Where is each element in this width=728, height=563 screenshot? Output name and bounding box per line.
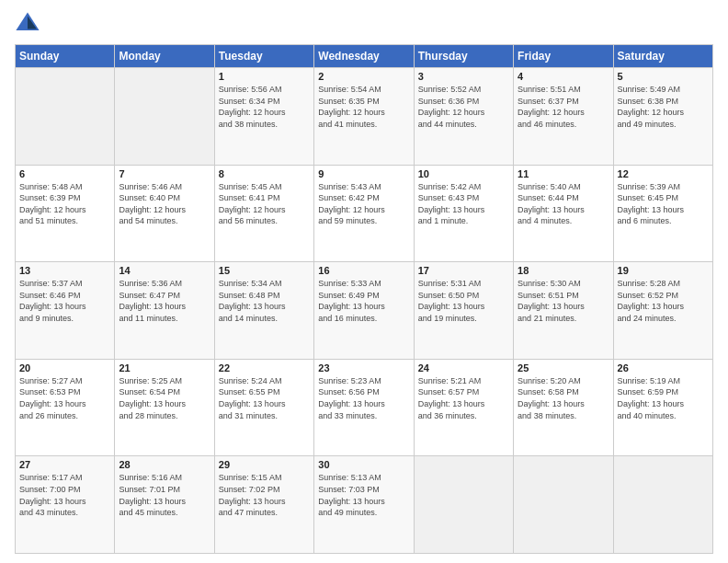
calendar-cell: 12Sunrise: 5:39 AM Sunset: 6:45 PM Dayli… xyxy=(613,165,712,262)
calendar-cell: 29Sunrise: 5:15 AM Sunset: 7:02 PM Dayli… xyxy=(214,456,313,554)
day-info: Sunrise: 5:51 AM Sunset: 6:37 PM Dayligh… xyxy=(518,84,609,130)
calendar-cell: 27Sunrise: 5:17 AM Sunset: 7:00 PM Dayli… xyxy=(16,456,115,554)
day-info: Sunrise: 5:19 AM Sunset: 6:59 PM Dayligh… xyxy=(618,375,709,421)
calendar-header: SundayMondayTuesdayWednesdayThursdayFrid… xyxy=(16,45,713,68)
day-number: 30 xyxy=(318,459,409,470)
calendar-page: SundayMondayTuesdayWednesdayThursdayFrid… xyxy=(0,0,728,563)
day-info: Sunrise: 5:27 AM Sunset: 6:53 PM Dayligh… xyxy=(19,375,110,421)
calendar-cell: 26Sunrise: 5:19 AM Sunset: 6:59 PM Dayli… xyxy=(613,359,712,456)
day-number: 4 xyxy=(518,71,609,82)
day-info: Sunrise: 5:17 AM Sunset: 7:00 PM Dayligh… xyxy=(19,472,110,518)
calendar-cell: 18Sunrise: 5:30 AM Sunset: 6:51 PM Dayli… xyxy=(514,262,613,360)
day-info: Sunrise: 5:25 AM Sunset: 6:54 PM Dayligh… xyxy=(119,375,210,421)
calendar-cell: 11Sunrise: 5:40 AM Sunset: 6:44 PM Dayli… xyxy=(514,165,613,262)
calendar-cell: 16Sunrise: 5:33 AM Sunset: 6:49 PM Dayli… xyxy=(314,262,414,360)
day-info: Sunrise: 5:56 AM Sunset: 6:34 PM Dayligh… xyxy=(219,84,310,130)
day-number: 9 xyxy=(318,168,409,179)
day-number: 29 xyxy=(219,459,310,470)
calendar-cell: 17Sunrise: 5:31 AM Sunset: 6:50 PM Dayli… xyxy=(414,262,513,360)
day-info: Sunrise: 5:31 AM Sunset: 6:50 PM Dayligh… xyxy=(418,278,509,324)
day-info: Sunrise: 5:16 AM Sunset: 7:01 PM Dayligh… xyxy=(119,472,210,518)
day-number: 13 xyxy=(19,265,110,276)
day-number: 12 xyxy=(618,168,709,179)
day-number: 11 xyxy=(518,168,609,179)
calendar-cell: 7Sunrise: 5:46 AM Sunset: 6:40 PM Daylig… xyxy=(115,165,214,262)
day-number: 6 xyxy=(19,168,110,179)
day-info: Sunrise: 5:48 AM Sunset: 6:39 PM Dayligh… xyxy=(19,181,110,227)
logo-icon xyxy=(15,11,40,37)
day-info: Sunrise: 5:30 AM Sunset: 6:51 PM Dayligh… xyxy=(518,278,609,324)
calendar-cell: 28Sunrise: 5:16 AM Sunset: 7:01 PM Dayli… xyxy=(115,456,214,554)
day-number: 15 xyxy=(219,265,310,276)
calendar-cell: 20Sunrise: 5:27 AM Sunset: 6:53 PM Dayli… xyxy=(16,359,115,456)
day-info: Sunrise: 5:15 AM Sunset: 7:02 PM Dayligh… xyxy=(219,472,310,518)
day-info: Sunrise: 5:23 AM Sunset: 6:56 PM Dayligh… xyxy=(318,375,409,421)
day-number: 17 xyxy=(418,265,509,276)
weekday-header: Sunday xyxy=(16,45,115,68)
calendar-cell: 15Sunrise: 5:34 AM Sunset: 6:48 PM Dayli… xyxy=(214,262,313,360)
day-number: 21 xyxy=(119,362,210,373)
day-info: Sunrise: 5:45 AM Sunset: 6:41 PM Dayligh… xyxy=(219,181,310,227)
day-info: Sunrise: 5:42 AM Sunset: 6:43 PM Dayligh… xyxy=(418,181,509,227)
calendar-cell: 9Sunrise: 5:43 AM Sunset: 6:42 PM Daylig… xyxy=(314,165,414,262)
day-number: 7 xyxy=(119,168,210,179)
calendar-cell xyxy=(514,456,613,554)
day-number: 2 xyxy=(318,71,409,82)
weekday-header: Monday xyxy=(115,45,214,68)
day-info: Sunrise: 5:46 AM Sunset: 6:40 PM Dayligh… xyxy=(119,181,210,227)
calendar-cell: 2Sunrise: 5:54 AM Sunset: 6:35 PM Daylig… xyxy=(314,68,414,166)
day-info: Sunrise: 5:37 AM Sunset: 6:46 PM Dayligh… xyxy=(19,278,110,324)
day-info: Sunrise: 5:34 AM Sunset: 6:48 PM Dayligh… xyxy=(219,278,310,324)
calendar-cell: 8Sunrise: 5:45 AM Sunset: 6:41 PM Daylig… xyxy=(214,165,313,262)
day-number: 28 xyxy=(119,459,210,470)
day-info: Sunrise: 5:24 AM Sunset: 6:55 PM Dayligh… xyxy=(219,375,310,421)
day-info: Sunrise: 5:40 AM Sunset: 6:44 PM Dayligh… xyxy=(518,181,609,227)
day-info: Sunrise: 5:20 AM Sunset: 6:58 PM Dayligh… xyxy=(518,375,609,421)
calendar-week-row: 20Sunrise: 5:27 AM Sunset: 6:53 PM Dayli… xyxy=(16,359,713,456)
calendar-cell: 25Sunrise: 5:20 AM Sunset: 6:58 PM Dayli… xyxy=(514,359,613,456)
calendar-cell xyxy=(613,456,712,554)
calendar-body: 1Sunrise: 5:56 AM Sunset: 6:34 PM Daylig… xyxy=(16,68,713,554)
day-number: 19 xyxy=(618,265,709,276)
calendar-table: SundayMondayTuesdayWednesdayThursdayFrid… xyxy=(15,44,713,554)
calendar-cell: 22Sunrise: 5:24 AM Sunset: 6:55 PM Dayli… xyxy=(214,359,313,456)
day-number: 3 xyxy=(418,71,509,82)
weekday-header: Saturday xyxy=(613,45,712,68)
calendar-cell: 13Sunrise: 5:37 AM Sunset: 6:46 PM Dayli… xyxy=(16,262,115,360)
day-info: Sunrise: 5:21 AM Sunset: 6:57 PM Dayligh… xyxy=(418,375,509,421)
day-info: Sunrise: 5:13 AM Sunset: 7:03 PM Dayligh… xyxy=(318,472,409,518)
calendar-cell xyxy=(115,68,214,166)
calendar-week-row: 1Sunrise: 5:56 AM Sunset: 6:34 PM Daylig… xyxy=(16,68,713,166)
calendar-week-row: 13Sunrise: 5:37 AM Sunset: 6:46 PM Dayli… xyxy=(16,262,713,360)
calendar-cell: 10Sunrise: 5:42 AM Sunset: 6:43 PM Dayli… xyxy=(414,165,513,262)
day-info: Sunrise: 5:49 AM Sunset: 6:38 PM Dayligh… xyxy=(618,84,709,130)
day-number: 10 xyxy=(418,168,509,179)
day-info: Sunrise: 5:54 AM Sunset: 6:35 PM Dayligh… xyxy=(318,84,409,130)
weekday-header: Thursday xyxy=(414,45,513,68)
day-info: Sunrise: 5:39 AM Sunset: 6:45 PM Dayligh… xyxy=(618,181,709,227)
day-number: 8 xyxy=(219,168,310,179)
day-number: 27 xyxy=(19,459,110,470)
day-info: Sunrise: 5:28 AM Sunset: 6:52 PM Dayligh… xyxy=(618,278,709,324)
day-number: 23 xyxy=(318,362,409,373)
calendar-cell: 6Sunrise: 5:48 AM Sunset: 6:39 PM Daylig… xyxy=(16,165,115,262)
calendar-cell: 19Sunrise: 5:28 AM Sunset: 6:52 PM Dayli… xyxy=(613,262,712,360)
calendar-cell: 24Sunrise: 5:21 AM Sunset: 6:57 PM Dayli… xyxy=(414,359,513,456)
calendar-cell: 5Sunrise: 5:49 AM Sunset: 6:38 PM Daylig… xyxy=(613,68,712,166)
day-number: 20 xyxy=(19,362,110,373)
calendar-cell: 30Sunrise: 5:13 AM Sunset: 7:03 PM Dayli… xyxy=(314,456,414,554)
calendar-cell xyxy=(16,68,115,166)
day-number: 14 xyxy=(119,265,210,276)
header xyxy=(15,11,713,37)
calendar-cell: 3Sunrise: 5:52 AM Sunset: 6:36 PM Daylig… xyxy=(414,68,513,166)
weekday-header: Tuesday xyxy=(214,45,313,68)
day-number: 25 xyxy=(518,362,609,373)
day-number: 24 xyxy=(418,362,509,373)
calendar-cell: 1Sunrise: 5:56 AM Sunset: 6:34 PM Daylig… xyxy=(214,68,313,166)
weekday-header: Wednesday xyxy=(314,45,414,68)
logo xyxy=(15,11,42,37)
day-number: 1 xyxy=(219,71,310,82)
day-number: 26 xyxy=(618,362,709,373)
calendar-cell: 14Sunrise: 5:36 AM Sunset: 6:47 PM Dayli… xyxy=(115,262,214,360)
day-info: Sunrise: 5:33 AM Sunset: 6:49 PM Dayligh… xyxy=(318,278,409,324)
